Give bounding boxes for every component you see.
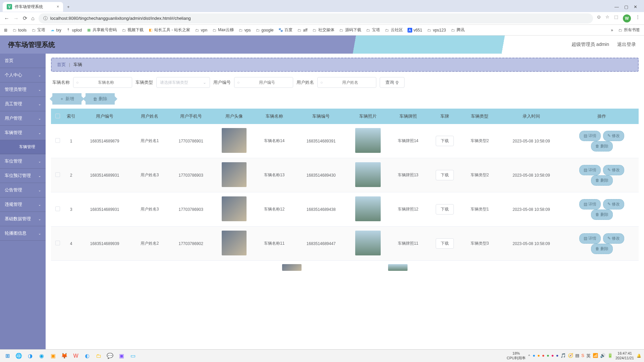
row-checkbox[interactable] <box>55 172 60 177</box>
vehicle-image[interactable] <box>355 128 381 153</box>
menu-icon[interactable]: ⋮ <box>636 14 640 22</box>
edit-button[interactable]: ✎修改 <box>603 165 624 175</box>
reload-icon[interactable]: ⟳ <box>23 15 27 21</box>
back-icon[interactable]: ← <box>4 15 9 21</box>
input-user-name[interactable] <box>327 80 373 85</box>
bookmark-item[interactable]: 🗀Max云梯 <box>212 27 234 33</box>
download-button[interactable]: 下载 <box>436 170 454 180</box>
download-button[interactable]: 下载 <box>436 204 454 215</box>
chevron-down-icon: ⌄ <box>38 117 41 120</box>
profile-avatar[interactable]: W <box>623 14 631 22</box>
delete-row-button[interactable]: 🗑删除 <box>591 175 613 186</box>
bookmark-item[interactable]: 🗀vps <box>238 28 251 33</box>
input-vehicle-name[interactable] <box>83 80 129 85</box>
bookmark-item[interactable]: 🗀社交媒体 <box>312 27 334 33</box>
bookmark-item[interactable]: 🗀源码下载 <box>339 27 361 33</box>
edit-button[interactable]: ✎修改 <box>603 233 624 244</box>
sidebar-item-basedata-mgmt[interactable]: 基础数据管理⌄ <box>0 212 46 226</box>
bookmark-item[interactable]: ▦共享账号密码 <box>87 27 117 33</box>
input-user-no[interactable] <box>244 80 290 85</box>
apps-icon[interactable]: ⊞ <box>4 28 7 33</box>
sidebar-subitem-vehicle-mgmt[interactable]: 车辆管理 <box>0 140 46 154</box>
sidebar-item-staff-mgmt[interactable]: 员工管理⌄ <box>0 97 46 111</box>
avatar-image[interactable] <box>222 162 247 187</box>
bookmark-item[interactable]: 🗀腾讯 <box>450 27 465 33</box>
row-checkbox[interactable] <box>55 206 60 211</box>
bookmark-item[interactable]: 🗀tools <box>12 28 26 33</box>
admin-label[interactable]: 超级管理员 admin <box>572 42 609 48</box>
bookmark-item[interactable]: 🗀vpn <box>195 28 207 33</box>
detail-button[interactable]: ▤详情 <box>579 131 601 141</box>
sidebar-item-user-mgmt[interactable]: 用户管理⌄ <box>0 111 46 126</box>
url-field[interactable]: ⓘ localhost:8080/tingchechangguanlixiton… <box>39 13 593 23</box>
avatar-image[interactable] <box>222 128 247 153</box>
star-icon[interactable]: ☆ <box>605 14 609 22</box>
detail-button[interactable]: ▤详情 <box>579 165 601 175</box>
cell-userno: 1683514689931 <box>78 192 131 227</box>
sidebar-item-parking-mgmt[interactable]: 车位管理⌄ <box>0 154 46 169</box>
breadcrumb-home[interactable]: 首页 <box>57 62 66 67</box>
sidebar-item-home[interactable]: 首页 <box>0 54 46 68</box>
browser-tab[interactable]: V 停车场管理系统 × <box>3 2 63 12</box>
bookmark-item[interactable]: 🗀宝塔 <box>31 27 45 33</box>
row-checkbox[interactable] <box>55 138 60 143</box>
detail-button[interactable]: ▤详情 <box>579 199 601 209</box>
bookmark-item[interactable]: ⇡uplod <box>66 28 82 33</box>
bookmark-item[interactable]: 🗀宝塔 <box>366 27 380 33</box>
close-icon[interactable]: × <box>57 4 59 9</box>
bookmark-item[interactable]: 🗀aff <box>297 28 308 33</box>
delete-row-button[interactable]: 🗑删除 <box>591 141 613 152</box>
search-input-userno[interactable]: ○ <box>234 77 293 88</box>
vehicle-image[interactable] <box>355 231 381 255</box>
sidebar-item-admin-mgmt[interactable]: 管理员管理⌄ <box>0 82 46 97</box>
vehicle-image[interactable] <box>355 196 381 221</box>
row-checkbox[interactable] <box>55 241 60 245</box>
sidebar-item-personal[interactable]: 个人中心⌄ <box>0 68 46 82</box>
add-button[interactable]: ＋新增 <box>52 93 82 105</box>
folder-icon: 🗀 <box>255 28 260 33</box>
sidebar-item-carousel[interactable]: 轮播图信息⌄ <box>0 226 46 241</box>
delete-row-button[interactable]: 🗑删除 <box>591 244 613 254</box>
bookmark-overflow[interactable]: » <box>611 28 613 33</box>
query-button[interactable]: 查询 ⚲ <box>380 77 405 88</box>
bookmark-item[interactable]: 🗀视频下载 <box>121 27 144 33</box>
sidebar-item-notice-mgmt[interactable]: 公告管理⌄ <box>0 183 46 197</box>
detail-icon: ▤ <box>584 168 587 172</box>
new-tab-button[interactable]: + <box>64 3 72 11</box>
bookmark-item[interactable]: 🗀vps123 <box>427 28 446 33</box>
sidebar-item-violation-mgmt[interactable]: 违规管理⌄ <box>0 197 46 212</box>
bookmark-item[interactable]: ☁txy <box>50 28 61 33</box>
close-window-icon[interactable]: ✕ <box>634 4 637 9</box>
bookmark-item[interactable]: ◧站长工具 - 站长之家 <box>148 27 190 33</box>
bookmark-item[interactable]: 🗀google <box>255 28 273 33</box>
logout-link[interactable]: 退出登录 <box>617 42 636 48</box>
edit-button[interactable]: ✎修改 <box>603 131 624 141</box>
delete-row-button[interactable]: 🗑删除 <box>591 209 613 220</box>
select-vehicle-type[interactable]: 请选择车辆类型⌄ <box>156 77 210 88</box>
avatar-image[interactable] <box>222 196 247 221</box>
select-all-checkbox[interactable] <box>55 114 60 118</box>
key-icon[interactable]: ⊙ <box>597 14 601 22</box>
detail-button[interactable]: ▤详情 <box>579 233 601 244</box>
avatar-image[interactable] <box>222 231 247 255</box>
delete-button[interactable]: 🗑删除 <box>86 93 115 105</box>
download-button[interactable]: 下载 <box>436 238 454 249</box>
bookmark-item[interactable]: 🐾百度 <box>278 27 292 33</box>
search-input-username[interactable]: ○ <box>317 77 376 88</box>
sidebar-item-vehicle-mgmt[interactable]: 车辆管理⌄ <box>0 126 46 140</box>
sidebar-item-booking-mgmt[interactable]: 车位预订管理⌄ <box>0 169 46 183</box>
extensions-icon[interactable]: ⬚ <box>614 14 618 22</box>
vehicle-image[interactable] <box>355 162 381 187</box>
forward-icon[interactable]: → <box>13 15 19 21</box>
minimize-icon[interactable]: — <box>614 4 619 9</box>
bookmark-item[interactable]: 🗀云社区 <box>385 27 403 33</box>
home-icon[interactable]: ⌂ <box>31 15 35 21</box>
download-button[interactable]: 下载 <box>436 136 454 146</box>
cell-vname: 车辆名称12 <box>254 192 294 227</box>
search-input-name[interactable]: ○ <box>73 77 132 88</box>
edit-button[interactable]: ✎修改 <box>603 199 624 209</box>
chevron-down-icon: ⌄ <box>38 217 41 221</box>
all-bookmarks[interactable]: 🗀所有书签 <box>618 27 640 33</box>
bookmark-item[interactable]: Av651 <box>408 28 422 33</box>
maximize-icon[interactable]: ▢ <box>624 4 628 9</box>
